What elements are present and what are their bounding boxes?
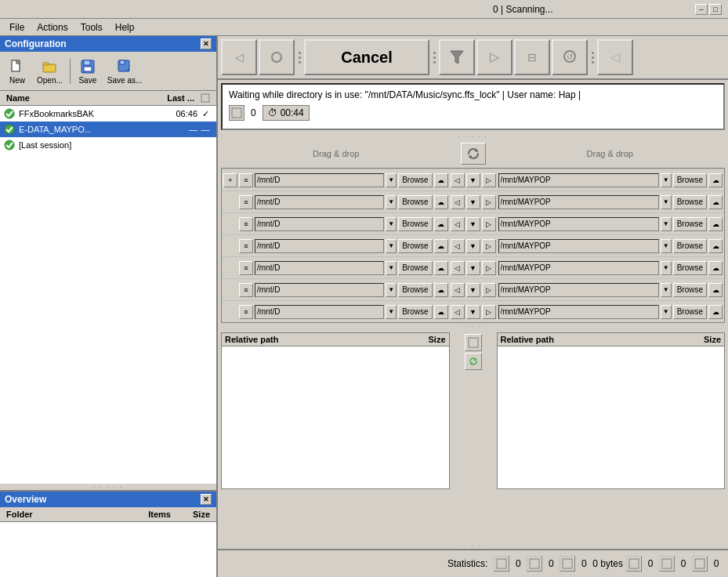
left-path-4[interactable] xyxy=(255,261,384,275)
filter-button[interactable] xyxy=(439,39,475,75)
left-browse-1[interactable]: Browse xyxy=(398,195,432,209)
right-browse-4[interactable]: Browse xyxy=(673,261,707,275)
top-resize-handle[interactable]: · · · · · xyxy=(221,133,725,140)
right-cloud-5[interactable]: ☁ xyxy=(708,283,723,297)
right-arrow-4[interactable]: ▷ xyxy=(482,261,496,275)
left-arrow-4[interactable]: ◁ xyxy=(451,261,465,275)
result-refresh-btn[interactable] xyxy=(465,353,482,370)
right-cloud-4[interactable]: ☁ xyxy=(708,261,723,275)
menu-help[interactable]: Help xyxy=(109,20,141,34)
right-path-4[interactable] xyxy=(498,261,659,275)
left-browse-2[interactable]: Browse xyxy=(398,217,432,231)
left-path-6[interactable] xyxy=(255,305,384,319)
filter-3[interactable]: ▼ xyxy=(466,239,480,253)
right-cloud-3[interactable]: ☁ xyxy=(708,239,723,253)
left-dropdown-4[interactable]: ▼ xyxy=(386,261,397,275)
rt-icon3[interactable]: ⊟ xyxy=(514,39,550,75)
right-dropdown-0[interactable]: ▼ xyxy=(661,173,672,187)
file-item-2[interactable]: [Last session] xyxy=(0,137,216,153)
right-dropdown-5[interactable]: ▼ xyxy=(661,283,672,297)
rt-icon2[interactable] xyxy=(259,39,295,75)
left-cloud-4[interactable]: ☁ xyxy=(434,261,448,275)
row-menu-btn-6[interactable]: ≡ xyxy=(239,305,253,319)
left-cloud-0[interactable]: ☁ xyxy=(434,173,448,187)
left-browse-3[interactable]: Browse xyxy=(398,239,432,253)
left-dropdown-1[interactable]: ▼ xyxy=(386,195,397,209)
right-arrow-0[interactable]: ▷ xyxy=(482,173,496,187)
right-arrow-3[interactable]: ▷ xyxy=(482,239,496,253)
left-arrow-0[interactable]: ◁ xyxy=(451,173,465,187)
left-path-2[interactable] xyxy=(255,217,384,231)
left-dropdown-5[interactable]: ▼ xyxy=(386,283,397,297)
open-button[interactable]: Open... xyxy=(33,55,67,87)
row-menu-btn-4[interactable]: ≡ xyxy=(239,261,253,275)
menu-file[interactable]: File xyxy=(3,20,31,34)
result-center-btn1[interactable] xyxy=(465,334,482,351)
left-resize-handle[interactable]: · · · · · xyxy=(0,484,216,490)
left-path-1[interactable] xyxy=(255,195,384,209)
left-arrow-5[interactable]: ◁ xyxy=(451,283,465,297)
menu-actions[interactable]: Actions xyxy=(31,20,74,34)
file-item-1[interactable]: E-DATA_MAYPO... — — xyxy=(0,122,216,137)
right-dropdown-6[interactable]: ▼ xyxy=(661,305,672,319)
right-arrow-1[interactable]: ▷ xyxy=(482,195,496,209)
row-menu-btn-0[interactable]: ≡ xyxy=(239,173,253,187)
row-menu-btn-5[interactable]: ≡ xyxy=(239,283,253,297)
right-path-6[interactable] xyxy=(498,305,659,319)
right-path-2[interactable] xyxy=(498,217,659,231)
left-arrow-1[interactable]: ◁ xyxy=(451,195,465,209)
filter-1[interactable]: ▼ xyxy=(466,195,480,209)
right-arrow-6[interactable]: ▷ xyxy=(482,305,496,319)
rt-arrow-btn[interactable]: ▷ xyxy=(476,39,512,75)
right-browse-1[interactable]: Browse xyxy=(673,195,707,209)
right-cloud-1[interactable]: ☁ xyxy=(708,195,723,209)
right-path-5[interactable] xyxy=(498,283,659,297)
right-arrow-2[interactable]: ▷ xyxy=(482,217,496,231)
left-browse-6[interactable]: Browse xyxy=(398,305,432,319)
middle-resize-handle[interactable]: · · · · · xyxy=(221,323,725,329)
row-menu-btn-2[interactable]: ≡ xyxy=(239,217,253,231)
right-browse-5[interactable]: Browse xyxy=(673,283,707,297)
filter-4[interactable]: ▼ xyxy=(466,261,480,275)
right-arrow-5[interactable]: ▷ xyxy=(482,283,496,297)
left-dropdown-2[interactable]: ▼ xyxy=(386,217,397,231)
right-cloud-0[interactable]: ☁ xyxy=(708,173,723,187)
filter-2[interactable]: ▼ xyxy=(466,217,480,231)
filter-6[interactable]: ▼ xyxy=(466,305,480,319)
left-path-3[interactable] xyxy=(255,239,384,253)
left-cloud-6[interactable]: ☁ xyxy=(434,305,448,319)
right-dropdown-3[interactable]: ▼ xyxy=(661,239,672,253)
left-dropdown-0[interactable]: ▼ xyxy=(386,173,397,187)
cancel-button[interactable]: Cancel xyxy=(304,39,429,75)
right-dropdown-1[interactable]: ▼ xyxy=(661,195,672,209)
right-dropdown-2[interactable]: ▼ xyxy=(661,217,672,231)
right-browse-0[interactable]: Browse xyxy=(673,173,707,187)
left-cloud-3[interactable]: ☁ xyxy=(434,239,448,253)
save-as-button[interactable]: + Save as... xyxy=(103,55,146,87)
save-button[interactable]: Save xyxy=(74,55,102,87)
left-arrow-3[interactable]: ◁ xyxy=(451,239,465,253)
back-button[interactable]: ◁ xyxy=(221,39,257,75)
bottom-resize-handle[interactable]: · · · · · xyxy=(218,543,728,549)
right-dropdown-4[interactable]: ▼ xyxy=(661,261,672,275)
right-path-1[interactable] xyxy=(498,195,659,209)
row-menu-btn-1[interactable]: ≡ xyxy=(239,195,253,209)
rt-left-arrow[interactable]: ◁ xyxy=(597,39,633,75)
left-arrow-6[interactable]: ◁ xyxy=(451,305,465,319)
new-button[interactable]: New xyxy=(3,55,31,87)
left-cloud-2[interactable]: ☁ xyxy=(434,217,448,231)
right-browse-6[interactable]: Browse xyxy=(673,305,707,319)
filter-0[interactable]: ▼ xyxy=(466,173,480,187)
left-arrow-2[interactable]: ◁ xyxy=(451,217,465,231)
right-browse-2[interactable]: Browse xyxy=(673,217,707,231)
left-cloud-1[interactable]: ☁ xyxy=(434,195,448,209)
left-dropdown-3[interactable]: ▼ xyxy=(386,239,397,253)
right-cloud-6[interactable]: ☁ xyxy=(708,305,723,319)
left-dropdown-6[interactable]: ▼ xyxy=(386,305,397,319)
right-browse-3[interactable]: Browse xyxy=(673,239,707,253)
overview-close-button[interactable]: ✕ xyxy=(201,494,212,505)
row-menu-btn-3[interactable]: ≡ xyxy=(239,239,253,253)
minimize-button[interactable]: – xyxy=(695,4,708,15)
menu-tools[interactable]: Tools xyxy=(74,20,109,34)
left-path-5[interactable] xyxy=(255,283,384,297)
